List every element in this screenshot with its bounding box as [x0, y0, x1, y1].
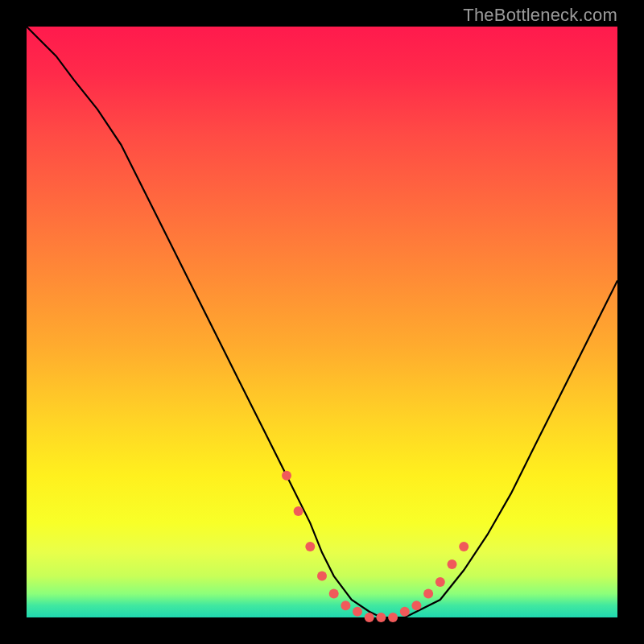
curve-marker — [376, 613, 386, 622]
curve-marker — [400, 607, 410, 617]
curve-marker — [341, 601, 350, 610]
curve-marker — [282, 471, 291, 481]
curve-marker — [448, 559, 457, 569]
chart-svg — [27, 27, 617, 617]
curve-marker — [388, 613, 398, 622]
curve-marker — [329, 589, 339, 599]
curve-marker — [317, 572, 327, 581]
curve-marker — [294, 506, 303, 516]
curve-marker — [353, 607, 362, 617]
curve-marker — [411, 601, 421, 610]
curve-marker — [436, 577, 445, 587]
curve-marker — [459, 542, 469, 551]
curve-marker — [423, 589, 433, 599]
curve-marker — [365, 613, 374, 622]
chart-stage: TheBottleneck.com — [0, 0, 644, 644]
watermark-text: TheBottleneck.com — [463, 5, 617, 26]
curve-marker — [305, 542, 315, 551]
bottleneck-curve — [27, 27, 617, 617]
